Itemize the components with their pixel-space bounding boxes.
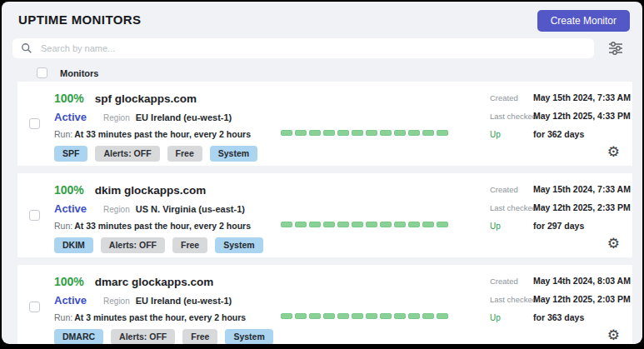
region-value: EU Ireland (eu-west-1) [136, 112, 232, 122]
list-header-label: Monitors [60, 68, 98, 78]
uptime-sparkline [281, 222, 448, 227]
last-checked-label: Last checked [490, 294, 533, 305]
last-checked-value: May 12th 2025, 2:03 PM [533, 294, 631, 305]
uptime-monitors-page: UPTIME MONITORS Create Monitor Monitors … [2, 2, 642, 344]
run-value: At 3 minutes past the hour, every 2 hour… [74, 312, 246, 322]
created-value: May 14th 2024, 8:03 AM [533, 276, 631, 287]
monitor-name: spf glockapps.com [95, 92, 197, 105]
up-label: Up [490, 129, 533, 140]
run-value: At 33 minutes past the hour, every 2 hou… [74, 129, 251, 139]
monitor-meta: CreatedMay 15th 2024, 7:33 AM Last check… [490, 92, 623, 147]
tag-pill: Free [182, 329, 217, 344]
last-checked-label: Last checked [490, 111, 533, 122]
run-schedule: Run:At 3 minutes past the hour, every 2 … [54, 312, 273, 324]
up-label: Up [490, 221, 533, 232]
up-duration: for 297 days [533, 221, 584, 232]
tag-list: DMARC Alerts: OFF Free System [54, 329, 273, 344]
created-label: Created [490, 184, 533, 195]
monitor-details: 100% dkim glockapps.com Active Region US… [54, 183, 263, 253]
search-input[interactable] [12, 38, 594, 58]
uptime-percentage: 100% [54, 92, 84, 105]
up-duration: for 363 days [533, 312, 584, 323]
tag-pill: System [210, 146, 257, 162]
search-row [2, 38, 642, 58]
run-schedule: Run:At 33 minutes past the hour, every 2… [54, 129, 257, 141]
up-label: Up [490, 312, 533, 323]
last-checked-value: May 12th 2025, 4:33 PM [533, 111, 631, 122]
settings-gear-icon[interactable]: ⚙ [607, 237, 620, 251]
tag-pill: DMARC [54, 329, 103, 344]
list-header: Monitors [2, 67, 642, 78]
tag-pill: System [215, 237, 262, 253]
run-label: Run: [54, 221, 72, 231]
created-label: Created [490, 92, 533, 103]
create-monitor-button[interactable]: Create Monitor [537, 10, 630, 32]
uptime-percentage: 100% [54, 275, 84, 288]
run-value: At 33 minutes past the hour, every 2 hou… [74, 221, 251, 231]
monitor-name: dmarc glockapps.com [95, 276, 214, 288]
tag-pill: Alerts: OFF [111, 329, 175, 344]
monitor-name: dkim glockapps.com [95, 184, 207, 197]
monitor-card-dkim: 100% dkim glockapps.com Active Region US… [17, 173, 632, 257]
search-icon [21, 42, 32, 54]
monitor-details: 100% dmarc glockapps.com Active Region E… [54, 275, 273, 344]
page-header: UPTIME MONITORS Create Monitor [2, 2, 642, 30]
monitor-card-spf: 100% spf glockapps.com Active Region EU … [17, 82, 632, 166]
uptime-sparkline [281, 313, 448, 319]
tag-pill: Free [172, 237, 207, 253]
monitor-card-dmarc: 100% dmarc glockapps.com Active Region E… [17, 265, 632, 344]
filter-sliders-icon[interactable] [607, 41, 624, 56]
region-label: Region [103, 297, 130, 306]
last-checked-label: Last checked [490, 202, 533, 213]
run-label: Run: [54, 129, 72, 139]
page-title: UPTIME MONITORS [18, 10, 141, 27]
status-badge: Active [54, 111, 87, 123]
created-value: May 15th 2024, 7:33 AM [533, 184, 631, 195]
run-schedule: Run:At 33 minutes past the hour, every 2… [54, 221, 263, 232]
region-label: Region [103, 205, 130, 214]
monitor-meta: CreatedMay 14th 2024, 8:03 AM Last check… [490, 276, 623, 331]
status-badge: Active [54, 294, 87, 307]
select-all-checkbox[interactable] [37, 67, 47, 78]
tag-pill: DKIM [54, 237, 93, 253]
last-checked-value: May 12th 2025, 2:33 PM [533, 202, 631, 213]
created-label: Created [490, 276, 533, 287]
monitor-list: 100% spf glockapps.com Active Region EU … [2, 82, 642, 344]
settings-gear-icon[interactable]: ⚙ [607, 328, 620, 342]
monitor-checkbox[interactable] [29, 302, 40, 312]
uptime-percentage: 100% [54, 183, 84, 197]
tag-pill: SPF [54, 146, 87, 162]
monitor-checkbox[interactable] [29, 210, 40, 221]
monitor-meta: CreatedMay 15th 2024, 7:33 AM Last check… [490, 184, 623, 239]
region-value: US N. Virginia (us-east-1) [136, 204, 245, 214]
tag-pill: Alerts: OFF [95, 146, 159, 162]
status-badge: Active [54, 202, 87, 215]
tag-pill: System [225, 329, 272, 344]
settings-gear-icon[interactable]: ⚙ [607, 145, 620, 159]
monitor-checkbox[interactable] [29, 118, 40, 129]
run-label: Run: [54, 312, 72, 322]
search-box [12, 38, 594, 58]
uptime-sparkline [281, 130, 448, 136]
tag-pill: Free [167, 146, 202, 162]
up-duration: for 362 days [533, 129, 584, 140]
tag-list: DKIM Alerts: OFF Free System [54, 237, 263, 253]
monitor-details: 100% spf glockapps.com Active Region EU … [54, 92, 257, 162]
created-value: May 15th 2024, 7:33 AM [533, 92, 631, 103]
tag-list: SPF Alerts: OFF Free System [54, 146, 257, 162]
region-label: Region [103, 113, 130, 122]
tag-pill: Alerts: OFF [101, 237, 165, 253]
region-value: EU Ireland (eu-west-1) [136, 296, 232, 306]
